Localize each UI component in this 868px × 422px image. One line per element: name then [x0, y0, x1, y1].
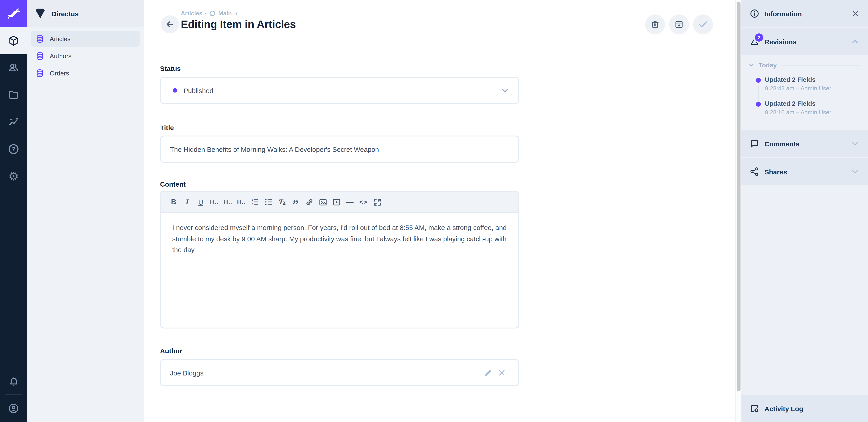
box-icon [8, 35, 20, 46]
sidebar-section-revisions[interactable]: 2 Revisions [741, 28, 868, 55]
nav-item-label: Orders [50, 70, 69, 77]
revisions-group-label: Today [758, 61, 777, 69]
save-button[interactable] [693, 14, 713, 34]
revision-entry[interactable]: Updated 2 Fields 9:28:10 am – Admin User [741, 95, 868, 119]
arrow-left-icon [165, 20, 175, 29]
numbered-list-button[interactable]: 1 2 3 [249, 195, 261, 209]
author-value: Joe Bloggs [170, 369, 483, 377]
chevron-down-icon[interactable] [850, 167, 860, 177]
module-insights[interactable] [0, 108, 27, 135]
nav-item-orders[interactable]: Orders [31, 65, 140, 81]
underline-button[interactable]: U [194, 195, 207, 209]
chevron-up-icon[interactable] [850, 37, 860, 46]
revision-title: Updated 2 Fields [765, 76, 860, 83]
module-help[interactable]: ? [0, 135, 27, 163]
sidebar-section-label: Shares [765, 168, 845, 175]
breadcrumb: Articles • Main ▼ [181, 10, 296, 17]
module-settings[interactable]: ⚙ [0, 163, 27, 190]
revision-dot [756, 102, 761, 107]
revision-entry[interactable]: Updated 2 Fields 9:28:42 am – Admin User [741, 71, 868, 95]
heading2-button[interactable]: H.. [221, 195, 234, 209]
gear-icon: ⚙ [8, 170, 19, 182]
close-icon[interactable] [851, 9, 860, 18]
module-files[interactable] [0, 81, 27, 108]
navigation-sidebar: Directus Articles Aut [27, 0, 144, 422]
heading1-button[interactable]: H.. [208, 195, 221, 209]
database-icon [35, 52, 44, 61]
title-input[interactable]: The Hidden Benefits of Morning Walks: A … [160, 135, 519, 163]
remove-format-button[interactable]: Tx [276, 195, 288, 209]
archive-button[interactable] [669, 14, 689, 34]
directus-app: ? ⚙ [0, 0, 868, 422]
trash-icon [650, 20, 660, 29]
breadcrumb-separator: • [205, 10, 206, 17]
people-icon [8, 62, 20, 74]
revision-dot [756, 78, 761, 83]
revision-meta: 9:28:10 am – Admin User [765, 109, 860, 116]
nav-item-articles[interactable]: Articles [31, 31, 140, 47]
sidebar-section-label: Revisions [765, 38, 845, 45]
bullet-list-button[interactable] [262, 195, 275, 209]
link-button[interactable] [303, 195, 315, 209]
database-icon [35, 69, 44, 78]
media-button[interactable] [330, 195, 343, 209]
main-scrollbar-thumb[interactable] [737, 2, 741, 391]
sidebar-section-label: Activity Log [765, 404, 803, 412]
notifications-button[interactable] [0, 368, 27, 395]
revisions-group-today[interactable]: Today [741, 55, 868, 71]
module-content[interactable] [0, 27, 27, 54]
delete-button[interactable] [645, 14, 665, 34]
editor-toolbar: B I U H.. H.. H.. 1 2 3 [161, 192, 518, 213]
edit-pencil-icon[interactable] [483, 368, 493, 378]
main-scrollbar-track [735, 0, 741, 422]
revision-timeline-line [758, 86, 759, 102]
main-content: Articles • Main ▼ Editing Item in Articl… [144, 0, 741, 422]
project-chooser[interactable]: Directus [27, 0, 144, 27]
module-users[interactable] [0, 54, 27, 81]
author-field[interactable]: Joe Bloggs [160, 359, 519, 386]
archive-icon [674, 20, 684, 29]
status-label: Status [160, 65, 181, 72]
bold-button[interactable]: B [167, 195, 180, 209]
chevron-down-icon[interactable]: ▼ [235, 11, 239, 15]
account-button[interactable] [0, 395, 27, 422]
author-label: Author [160, 347, 182, 355]
sidebar-section-label: Comments [765, 140, 845, 148]
sidebar-section-comments[interactable]: Comments [741, 130, 868, 157]
directus-logo-button[interactable] [0, 0, 27, 27]
bell-icon [8, 376, 19, 387]
activity-log-button[interactable]: Activity Log [741, 395, 868, 422]
project-wedge-icon [34, 8, 46, 19]
blockquote-button[interactable]: ” [289, 195, 302, 209]
divider [782, 65, 860, 66]
version-sync-icon [209, 10, 216, 17]
sidebar-section-shares[interactable]: Shares [741, 158, 868, 185]
code-button[interactable]: <> [357, 195, 370, 209]
nav-item-label: Authors [50, 53, 72, 60]
page-title: Editing Item in Articles [181, 18, 296, 31]
chevron-down-icon [500, 86, 510, 95]
editor-content[interactable]: I never considered myself a morning pers… [161, 213, 518, 264]
check-icon [698, 19, 708, 30]
sidebar-section-information[interactable]: Information [741, 0, 868, 27]
heading3-button[interactable]: H.. [235, 195, 248, 209]
italic-button[interactable]: I [181, 195, 193, 209]
fullscreen-button[interactable] [371, 195, 383, 209]
share-icon [749, 167, 760, 177]
revision-title: Updated 2 Fields [765, 100, 860, 107]
back-button[interactable] [161, 15, 179, 33]
status-select[interactable]: Published [160, 77, 519, 104]
content-label: Content [160, 180, 186, 188]
help-icon: ? [8, 143, 20, 155]
image-button[interactable] [316, 195, 329, 209]
chevron-down-icon[interactable] [850, 139, 860, 149]
nav-item-authors[interactable]: Authors [31, 48, 140, 64]
revisions-count-badge: 2 [755, 33, 763, 41]
deselect-x-icon[interactable] [497, 368, 506, 377]
horizontal-rule-button[interactable]: — [344, 195, 356, 209]
breadcrumb-version[interactable]: Main [218, 10, 232, 17]
comment-bubble-icon [749, 139, 760, 149]
breadcrumb-collection[interactable]: Articles [181, 10, 202, 17]
database-icon [35, 34, 44, 43]
header-actions [645, 14, 713, 34]
